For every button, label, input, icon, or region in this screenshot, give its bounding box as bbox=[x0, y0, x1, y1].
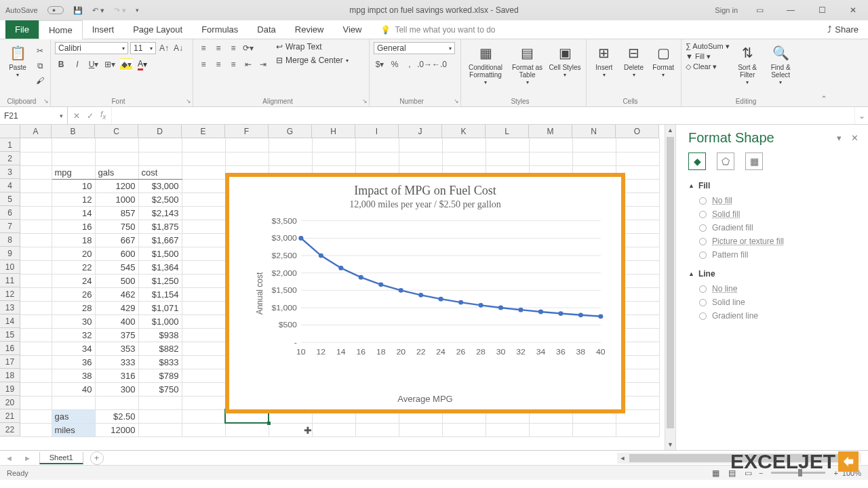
cell-M22[interactable] bbox=[529, 423, 572, 436]
format-painter-icon[interactable]: 🖌 bbox=[34, 75, 46, 87]
cell-B12[interactable]: 26 bbox=[52, 287, 95, 301]
cell-C21[interactable]: $2.50 bbox=[95, 409, 138, 423]
pane-options-icon[interactable]: ▾ bbox=[837, 133, 842, 143]
cell-C10[interactable]: 545 bbox=[95, 260, 138, 274]
ribbon-display-icon[interactable]: ▭ bbox=[750, 3, 769, 17]
cell-J1[interactable] bbox=[399, 138, 442, 152]
cell-C4[interactable]: 1200 bbox=[95, 179, 138, 192]
col-header-L[interactable]: L bbox=[486, 125, 529, 138]
tab-file[interactable]: File bbox=[5, 20, 39, 39]
tab-review[interactable]: Review bbox=[285, 20, 334, 39]
cell-D8[interactable]: $1,667 bbox=[138, 233, 182, 247]
cell-E12[interactable] bbox=[182, 287, 225, 301]
sheet-nav-next-icon[interactable]: ► bbox=[18, 454, 37, 462]
tab-home[interactable]: Home bbox=[39, 20, 83, 39]
dec-decimal-icon[interactable]: ←.0 bbox=[433, 58, 446, 70]
tab-formulas[interactable]: Formulas bbox=[192, 20, 248, 39]
align-top-icon[interactable]: ≡ bbox=[197, 42, 210, 54]
row-header-22[interactable]: 22 bbox=[0, 423, 20, 436]
cell-E10[interactable] bbox=[182, 260, 225, 274]
cell-E5[interactable] bbox=[182, 192, 225, 206]
percent-format-icon[interactable]: % bbox=[389, 58, 401, 70]
cell-A18[interactable] bbox=[20, 369, 52, 382]
find-select-button[interactable]: 🔍Find & Select▾ bbox=[766, 42, 796, 86]
underline-button[interactable]: U▾ bbox=[87, 58, 100, 70]
add-sheet-button[interactable]: + bbox=[90, 451, 104, 465]
cell-C8[interactable]: 667 bbox=[95, 233, 138, 247]
cell-C12[interactable]: 462 bbox=[95, 287, 138, 301]
tell-me-input[interactable]: 💡Tell me what you want to do bbox=[371, 21, 505, 39]
cell-A8[interactable] bbox=[20, 233, 52, 247]
row-header-6[interactable]: 6 bbox=[0, 206, 20, 220]
align-right-icon[interactable]: ≡ bbox=[227, 58, 239, 70]
font-dialog-launcher[interactable]: ↘ bbox=[186, 98, 191, 104]
cell-G1[interactable] bbox=[269, 138, 312, 152]
undo-icon[interactable]: ↶ ▾ bbox=[92, 6, 104, 15]
cell-C14[interactable]: 400 bbox=[95, 314, 138, 328]
cell-D4[interactable]: $3,000 bbox=[138, 179, 182, 192]
size-props-tab-icon[interactable]: ▦ bbox=[745, 152, 763, 170]
cell-C11[interactable]: 500 bbox=[95, 274, 138, 287]
qat-customize-icon[interactable]: ▾ bbox=[136, 7, 139, 14]
cell-C22[interactable]: 12000 bbox=[95, 423, 138, 436]
cell-B22[interactable]: miles bbox=[52, 423, 95, 436]
cell-L22[interactable] bbox=[486, 423, 529, 436]
cancel-fx-icon[interactable]: ✕ bbox=[73, 111, 80, 121]
cell-B8[interactable]: 18 bbox=[52, 233, 95, 247]
scroll-down-icon[interactable]: ▼ bbox=[665, 439, 675, 450]
cell-J2[interactable] bbox=[399, 152, 442, 165]
cell-C2[interactable] bbox=[95, 152, 138, 165]
cell-B13[interactable]: 28 bbox=[52, 301, 95, 314]
cell-E3[interactable] bbox=[182, 165, 225, 179]
fill-option-1[interactable]: Solid fill bbox=[699, 209, 859, 219]
cell-L2[interactable] bbox=[486, 152, 529, 165]
line-option-2[interactable]: Gradient line bbox=[699, 311, 859, 321]
fill-option-3[interactable]: Picture or texture fill bbox=[699, 237, 859, 246]
increase-font-icon[interactable]: A↑ bbox=[158, 42, 170, 54]
row-header-20[interactable]: 20 bbox=[0, 396, 20, 409]
chart-object[interactable]: Impact of MPG on Fuel Cost 12,000 miles … bbox=[225, 173, 625, 413]
enter-fx-icon[interactable]: ✓ bbox=[87, 111, 94, 121]
cell-B19[interactable]: 40 bbox=[52, 382, 95, 396]
col-header-F[interactable]: F bbox=[225, 125, 269, 138]
cell-G2[interactable] bbox=[269, 152, 312, 165]
font-color-button[interactable]: A▾ bbox=[136, 58, 149, 70]
accounting-format-icon[interactable]: $▾ bbox=[374, 58, 386, 70]
col-header-I[interactable]: I bbox=[355, 125, 399, 138]
cell-E14[interactable] bbox=[182, 314, 225, 328]
col-header-C[interactable]: C bbox=[95, 125, 138, 138]
sheet-tab-sheet1[interactable]: Sheet1 bbox=[39, 452, 83, 464]
tab-page-layout[interactable]: Page Layout bbox=[123, 20, 192, 39]
cell-D17[interactable]: $833 bbox=[138, 355, 182, 369]
delete-cells-button[interactable]: ⊟Delete▾ bbox=[620, 42, 648, 79]
row-header-11[interactable]: 11 bbox=[0, 274, 20, 287]
minimize-icon[interactable]: — bbox=[781, 3, 800, 17]
cell-styles-button[interactable]: ▣Cell Styles▾ bbox=[549, 42, 581, 79]
cell-A2[interactable] bbox=[20, 152, 52, 165]
cell-F22[interactable] bbox=[225, 423, 269, 436]
cell-E19[interactable] bbox=[182, 382, 225, 396]
line-option-0[interactable]: No line bbox=[699, 284, 859, 293]
paste-button[interactable]: 📋 Paste▾ bbox=[4, 42, 31, 79]
redo-icon[interactable]: ↷ ▾ bbox=[114, 6, 126, 15]
fill-line-tab-icon[interactable]: ◆ bbox=[688, 152, 706, 170]
dec-indent-icon[interactable]: ⇤ bbox=[242, 58, 254, 70]
fill-button[interactable]: ▼ Fill ▾ bbox=[686, 52, 730, 61]
cell-A16[interactable] bbox=[20, 342, 52, 355]
row-header-1[interactable]: 1 bbox=[0, 138, 20, 152]
cell-E6[interactable] bbox=[182, 206, 225, 220]
collapse-ribbon-icon[interactable]: ⌃ bbox=[817, 39, 831, 106]
cell-A19[interactable] bbox=[20, 382, 52, 396]
cell-A5[interactable] bbox=[20, 192, 52, 206]
cell-E9[interactable] bbox=[182, 247, 225, 260]
cell-B15[interactable]: 32 bbox=[52, 328, 95, 342]
cell-D10[interactable]: $1,364 bbox=[138, 260, 182, 274]
cell-D20[interactable] bbox=[138, 396, 182, 409]
cell-J22[interactable] bbox=[399, 423, 442, 436]
cell-A10[interactable] bbox=[20, 260, 52, 274]
row-header-5[interactable]: 5 bbox=[0, 192, 20, 206]
cell-D9[interactable]: $1,500 bbox=[138, 247, 182, 260]
col-header-K[interactable]: K bbox=[442, 125, 486, 138]
scroll-up-icon[interactable]: ▲ bbox=[665, 125, 675, 136]
cell-B14[interactable]: 30 bbox=[52, 314, 95, 328]
